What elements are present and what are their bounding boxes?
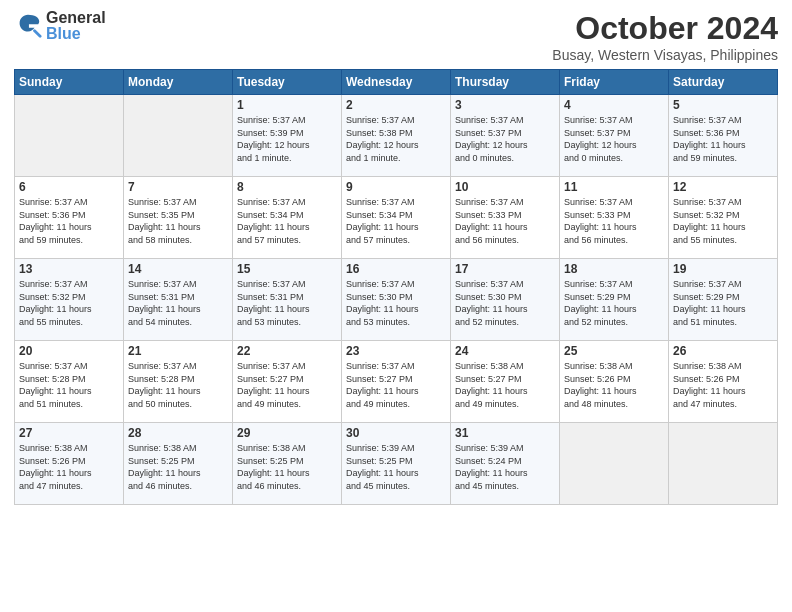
day-number: 9 (346, 180, 446, 194)
day-info: Sunrise: 5:37 AM Sunset: 5:33 PM Dayligh… (455, 196, 555, 246)
day-cell: 26Sunrise: 5:38 AM Sunset: 5:26 PM Dayli… (669, 341, 778, 423)
logo-general-text: General (46, 10, 106, 26)
logo-icon (14, 12, 42, 40)
day-number: 13 (19, 262, 119, 276)
day-cell: 23Sunrise: 5:37 AM Sunset: 5:27 PM Dayli… (342, 341, 451, 423)
col-wednesday: Wednesday (342, 70, 451, 95)
day-info: Sunrise: 5:37 AM Sunset: 5:28 PM Dayligh… (128, 360, 228, 410)
day-cell: 11Sunrise: 5:37 AM Sunset: 5:33 PM Dayli… (560, 177, 669, 259)
day-number: 2 (346, 98, 446, 112)
day-info: Sunrise: 5:37 AM Sunset: 5:27 PM Dayligh… (346, 360, 446, 410)
day-info: Sunrise: 5:38 AM Sunset: 5:26 PM Dayligh… (673, 360, 773, 410)
day-number: 23 (346, 344, 446, 358)
col-sunday: Sunday (15, 70, 124, 95)
week-row-1: 1Sunrise: 5:37 AM Sunset: 5:39 PM Daylig… (15, 95, 778, 177)
location: Busay, Western Visayas, Philippines (552, 47, 778, 63)
day-info: Sunrise: 5:37 AM Sunset: 5:37 PM Dayligh… (564, 114, 664, 164)
week-row-4: 20Sunrise: 5:37 AM Sunset: 5:28 PM Dayli… (15, 341, 778, 423)
day-cell: 2Sunrise: 5:37 AM Sunset: 5:38 PM Daylig… (342, 95, 451, 177)
day-number: 17 (455, 262, 555, 276)
day-info: Sunrise: 5:37 AM Sunset: 5:33 PM Dayligh… (564, 196, 664, 246)
day-info: Sunrise: 5:38 AM Sunset: 5:25 PM Dayligh… (128, 442, 228, 492)
col-thursday: Thursday (451, 70, 560, 95)
day-number: 10 (455, 180, 555, 194)
col-saturday: Saturday (669, 70, 778, 95)
day-cell (15, 95, 124, 177)
day-number: 18 (564, 262, 664, 276)
day-number: 3 (455, 98, 555, 112)
day-cell: 15Sunrise: 5:37 AM Sunset: 5:31 PM Dayli… (233, 259, 342, 341)
day-number: 24 (455, 344, 555, 358)
day-cell (560, 423, 669, 505)
day-info: Sunrise: 5:37 AM Sunset: 5:39 PM Dayligh… (237, 114, 337, 164)
logo-text: General Blue (46, 10, 106, 42)
day-number: 21 (128, 344, 228, 358)
day-number: 25 (564, 344, 664, 358)
day-number: 26 (673, 344, 773, 358)
day-info: Sunrise: 5:37 AM Sunset: 5:27 PM Dayligh… (237, 360, 337, 410)
day-number: 1 (237, 98, 337, 112)
day-number: 29 (237, 426, 337, 440)
day-info: Sunrise: 5:37 AM Sunset: 5:34 PM Dayligh… (346, 196, 446, 246)
day-cell: 14Sunrise: 5:37 AM Sunset: 5:31 PM Dayli… (124, 259, 233, 341)
day-number: 8 (237, 180, 337, 194)
day-cell: 1Sunrise: 5:37 AM Sunset: 5:39 PM Daylig… (233, 95, 342, 177)
col-tuesday: Tuesday (233, 70, 342, 95)
day-number: 20 (19, 344, 119, 358)
day-info: Sunrise: 5:39 AM Sunset: 5:25 PM Dayligh… (346, 442, 446, 492)
col-monday: Monday (124, 70, 233, 95)
day-info: Sunrise: 5:37 AM Sunset: 5:29 PM Dayligh… (564, 278, 664, 328)
day-cell: 27Sunrise: 5:38 AM Sunset: 5:26 PM Dayli… (15, 423, 124, 505)
day-cell (669, 423, 778, 505)
day-cell: 24Sunrise: 5:38 AM Sunset: 5:27 PM Dayli… (451, 341, 560, 423)
day-cell: 8Sunrise: 5:37 AM Sunset: 5:34 PM Daylig… (233, 177, 342, 259)
day-info: Sunrise: 5:37 AM Sunset: 5:29 PM Dayligh… (673, 278, 773, 328)
page-container: General Blue October 2024 Busay, Western… (0, 0, 792, 515)
day-cell: 9Sunrise: 5:37 AM Sunset: 5:34 PM Daylig… (342, 177, 451, 259)
calendar-table: Sunday Monday Tuesday Wednesday Thursday… (14, 69, 778, 505)
day-cell: 3Sunrise: 5:37 AM Sunset: 5:37 PM Daylig… (451, 95, 560, 177)
day-cell: 29Sunrise: 5:38 AM Sunset: 5:25 PM Dayli… (233, 423, 342, 505)
day-info: Sunrise: 5:38 AM Sunset: 5:26 PM Dayligh… (19, 442, 119, 492)
day-number: 15 (237, 262, 337, 276)
day-cell: 18Sunrise: 5:37 AM Sunset: 5:29 PM Dayli… (560, 259, 669, 341)
day-info: Sunrise: 5:37 AM Sunset: 5:30 PM Dayligh… (346, 278, 446, 328)
day-number: 16 (346, 262, 446, 276)
week-row-3: 13Sunrise: 5:37 AM Sunset: 5:32 PM Dayli… (15, 259, 778, 341)
day-cell: 22Sunrise: 5:37 AM Sunset: 5:27 PM Dayli… (233, 341, 342, 423)
day-info: Sunrise: 5:37 AM Sunset: 5:32 PM Dayligh… (673, 196, 773, 246)
day-number: 31 (455, 426, 555, 440)
day-cell: 31Sunrise: 5:39 AM Sunset: 5:24 PM Dayli… (451, 423, 560, 505)
day-cell: 28Sunrise: 5:38 AM Sunset: 5:25 PM Dayli… (124, 423, 233, 505)
week-row-5: 27Sunrise: 5:38 AM Sunset: 5:26 PM Dayli… (15, 423, 778, 505)
day-cell: 17Sunrise: 5:37 AM Sunset: 5:30 PM Dayli… (451, 259, 560, 341)
header-row: Sunday Monday Tuesday Wednesday Thursday… (15, 70, 778, 95)
day-cell: 25Sunrise: 5:38 AM Sunset: 5:26 PM Dayli… (560, 341, 669, 423)
day-cell: 19Sunrise: 5:37 AM Sunset: 5:29 PM Dayli… (669, 259, 778, 341)
day-number: 12 (673, 180, 773, 194)
col-friday: Friday (560, 70, 669, 95)
day-cell: 30Sunrise: 5:39 AM Sunset: 5:25 PM Dayli… (342, 423, 451, 505)
day-info: Sunrise: 5:37 AM Sunset: 5:38 PM Dayligh… (346, 114, 446, 164)
day-cell: 5Sunrise: 5:37 AM Sunset: 5:36 PM Daylig… (669, 95, 778, 177)
day-info: Sunrise: 5:37 AM Sunset: 5:30 PM Dayligh… (455, 278, 555, 328)
day-info: Sunrise: 5:38 AM Sunset: 5:26 PM Dayligh… (564, 360, 664, 410)
day-number: 22 (237, 344, 337, 358)
day-info: Sunrise: 5:37 AM Sunset: 5:34 PM Dayligh… (237, 196, 337, 246)
day-cell: 21Sunrise: 5:37 AM Sunset: 5:28 PM Dayli… (124, 341, 233, 423)
day-number: 19 (673, 262, 773, 276)
day-number: 28 (128, 426, 228, 440)
day-info: Sunrise: 5:37 AM Sunset: 5:36 PM Dayligh… (19, 196, 119, 246)
day-number: 4 (564, 98, 664, 112)
day-number: 11 (564, 180, 664, 194)
day-cell (124, 95, 233, 177)
day-cell: 16Sunrise: 5:37 AM Sunset: 5:30 PM Dayli… (342, 259, 451, 341)
day-cell: 20Sunrise: 5:37 AM Sunset: 5:28 PM Dayli… (15, 341, 124, 423)
day-cell: 4Sunrise: 5:37 AM Sunset: 5:37 PM Daylig… (560, 95, 669, 177)
day-info: Sunrise: 5:39 AM Sunset: 5:24 PM Dayligh… (455, 442, 555, 492)
day-number: 5 (673, 98, 773, 112)
logo: General Blue (14, 10, 106, 42)
day-info: Sunrise: 5:37 AM Sunset: 5:31 PM Dayligh… (237, 278, 337, 328)
header: General Blue October 2024 Busay, Western… (14, 10, 778, 63)
day-info: Sunrise: 5:37 AM Sunset: 5:32 PM Dayligh… (19, 278, 119, 328)
